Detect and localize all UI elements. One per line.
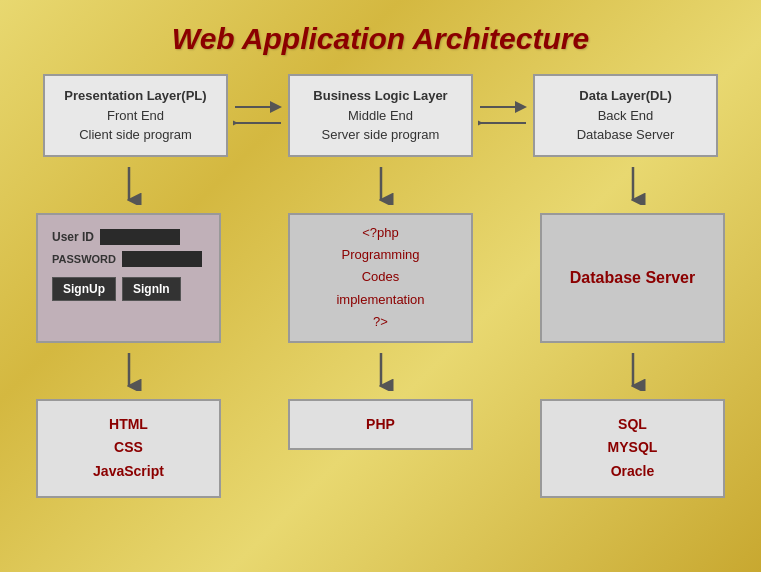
business-line1: Business Logic Layer <box>304 86 457 106</box>
column-data: Database Server SQL MYSQL Oracle <box>540 157 725 498</box>
userid-label: User ID <box>52 230 94 244</box>
php-line3: Codes <box>362 266 400 288</box>
signin-button[interactable]: SignIn <box>122 277 181 301</box>
frontend-line2: CSS <box>48 436 209 460</box>
database-server-label: Database Server <box>570 269 695 287</box>
down-arrow-1 <box>114 165 144 205</box>
sql-line1: SQL <box>552 413 713 437</box>
php-label: PHP <box>300 413 461 437</box>
php-line4: implementation <box>336 289 424 311</box>
down-arrow-2b <box>366 351 396 391</box>
presentation-layer-box: Presentation Layer(PL) Front End Client … <box>43 74 228 157</box>
password-row: PASSWORD <box>52 251 202 267</box>
down-arrow-3b-svg <box>618 351 648 391</box>
php-code-box: <?php Programming Codes implementation ?… <box>288 213 473 343</box>
userid-input-display <box>100 229 180 245</box>
presentation-line1: Presentation Layer(PL) <box>59 86 212 106</box>
php-bottom-box: PHP <box>288 399 473 451</box>
down-arrow-2b-svg <box>366 351 396 391</box>
down-arrow-3 <box>618 165 648 205</box>
data-line1: Data Layer(DL) <box>549 86 702 106</box>
php-line2: Programming <box>341 244 419 266</box>
sql-line2: MYSQL <box>552 436 713 460</box>
business-line3: Server side program <box>304 125 457 145</box>
arrow-pl-to-bll <box>233 95 283 135</box>
middle-section: User ID PASSWORD SignUp SignIn <box>30 157 731 498</box>
userid-row: User ID <box>52 229 180 245</box>
double-arrow-right-svg <box>233 95 283 135</box>
down-arrow-2-svg <box>366 165 396 205</box>
frontend-box: HTML CSS JavaScript <box>36 399 221 498</box>
database-server-box: Database Server <box>540 213 725 343</box>
password-label: PASSWORD <box>52 253 116 265</box>
down-arrow-1-svg <box>114 165 144 205</box>
down-arrow-3b <box>618 351 648 391</box>
down-arrow-3-svg <box>618 165 648 205</box>
down-arrow-1b <box>114 351 144 391</box>
sql-box: SQL MYSQL Oracle <box>540 399 725 498</box>
business-line2: Middle End <box>304 106 457 126</box>
business-logic-layer-box: Business Logic Layer Middle End Server s… <box>288 74 473 157</box>
double-arrow-right2-svg <box>478 95 528 135</box>
password-input-display <box>122 251 202 267</box>
data-layer-box: Data Layer(DL) Back End Database Server <box>533 74 718 157</box>
page-title: Web Application Architecture <box>0 0 761 74</box>
signup-button[interactable]: SignUp <box>52 277 116 301</box>
presentation-line2: Front End <box>59 106 212 126</box>
presentation-line3: Client side program <box>59 125 212 145</box>
column-business: <?php Programming Codes implementation ?… <box>288 157 473 451</box>
arrow-bll-to-dl <box>478 95 528 135</box>
frontend-line1: HTML <box>48 413 209 437</box>
data-line3: Database Server <box>549 125 702 145</box>
data-line2: Back End <box>549 106 702 126</box>
login-box: User ID PASSWORD SignUp SignIn <box>36 213 221 343</box>
php-line1: <?php <box>362 222 399 244</box>
column-presentation: User ID PASSWORD SignUp SignIn <box>36 157 221 498</box>
login-buttons: SignUp SignIn <box>52 277 181 301</box>
down-arrow-1b-svg <box>114 351 144 391</box>
down-arrow-2 <box>366 165 396 205</box>
frontend-line3: JavaScript <box>48 460 209 484</box>
php-line5: ?> <box>373 311 388 333</box>
top-layer-row: Presentation Layer(PL) Front End Client … <box>30 74 731 157</box>
sql-line3: Oracle <box>552 460 713 484</box>
architecture-diagram: Presentation Layer(PL) Front End Client … <box>0 74 761 498</box>
